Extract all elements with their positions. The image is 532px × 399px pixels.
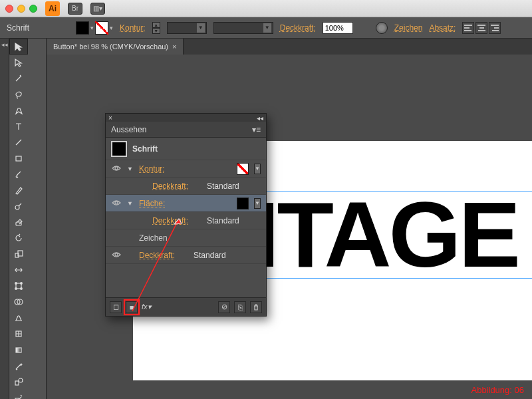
expand-icon[interactable]: ▼ bbox=[127, 166, 134, 172]
opacity-input[interactable] bbox=[323, 22, 353, 34]
svg-point-9 bbox=[21, 288, 23, 290]
line-tool[interactable] bbox=[9, 134, 28, 150]
characters-row-label: Zeichen bbox=[139, 233, 168, 243]
blend-tool[interactable] bbox=[9, 374, 28, 390]
fill-row[interactable]: ▼ Fläche: ▼ bbox=[106, 195, 266, 212]
align-left-button[interactable] bbox=[462, 22, 474, 34]
recolor-icon[interactable] bbox=[376, 22, 388, 34]
pencil-tool[interactable] bbox=[9, 182, 28, 198]
svg-point-22 bbox=[115, 167, 118, 170]
window-titlebar: Ai Br ▥▾ bbox=[0, 0, 532, 17]
opacity-row-value: Standard bbox=[194, 251, 226, 260]
opacity-row-value: Standard bbox=[207, 216, 239, 225]
add-effect-button[interactable]: fx▾ bbox=[142, 303, 152, 311]
magic-wand-tool[interactable] bbox=[9, 70, 28, 86]
stroke-row-label[interactable]: Kontur: bbox=[139, 164, 165, 174]
paintbrush-tool[interactable] bbox=[9, 166, 28, 182]
align-center-button[interactable] bbox=[475, 22, 487, 34]
stroke-weight-stepper[interactable]: ▲▼ bbox=[152, 22, 160, 34]
opacity-label[interactable]: Deckkraft: bbox=[280, 23, 316, 33]
document-tab-bar: Button* bei 98 % (CMYK/Vorschau) × bbox=[47, 39, 532, 55]
brush-dropdown[interactable]: ▼ bbox=[213, 22, 273, 34]
width-tool[interactable] bbox=[9, 262, 28, 278]
bridge-button[interactable]: Br bbox=[68, 3, 82, 15]
panel-close-icon[interactable]: × bbox=[108, 114, 112, 122]
stroke-row[interactable]: ▼ Kontur: ▼ bbox=[106, 160, 266, 178]
align-right-button[interactable] bbox=[489, 22, 501, 34]
target-type-label: Schrift bbox=[132, 144, 158, 154]
rectangle-tool[interactable] bbox=[9, 150, 28, 166]
scale-tool[interactable] bbox=[9, 246, 28, 262]
canvas[interactable]: VINTAGE Abbildung: 06 × ◂◂ Aussehen ▾≡ S… bbox=[47, 55, 532, 399]
panel-collapse-icon[interactable]: ◂◂ bbox=[257, 114, 263, 122]
gradient-tool[interactable] bbox=[9, 342, 28, 358]
svg-rect-13 bbox=[16, 348, 21, 352]
fill-opacity-row[interactable]: Deckkraft: Standard bbox=[106, 212, 266, 229]
paragraph-align-group bbox=[462, 22, 501, 34]
appearance-target-row: Schrift bbox=[106, 138, 266, 160]
visibility-toggle[interactable] bbox=[111, 251, 122, 260]
mode-label: Schrift bbox=[7, 23, 29, 33]
minimize-window-button[interactable] bbox=[17, 5, 25, 13]
stroke-swatch-menu[interactable]: ▼ bbox=[254, 164, 261, 174]
opacity-row-label[interactable]: Deckkraft: bbox=[152, 216, 188, 225]
visibility-toggle[interactable] bbox=[111, 199, 122, 208]
new-stroke-button[interactable]: ◻ bbox=[110, 301, 122, 313]
character-panel-link[interactable]: Zeichen bbox=[394, 23, 423, 33]
duplicate-item-button[interactable]: ⎘ bbox=[234, 301, 246, 313]
document-tab[interactable]: Button* bei 98 % (CMYK/Vorschau) × bbox=[47, 39, 184, 55]
visibility-toggle[interactable] bbox=[111, 164, 122, 174]
fill-swatch[interactable] bbox=[76, 21, 89, 35]
svg-point-24 bbox=[115, 253, 118, 256]
close-window-button[interactable] bbox=[5, 5, 13, 13]
svg-point-8 bbox=[15, 288, 17, 290]
document-tab-close[interactable]: × bbox=[172, 43, 176, 51]
paragraph-panel-link[interactable]: Absatz: bbox=[429, 23, 456, 33]
fill-row-label[interactable]: Fläche: bbox=[139, 199, 165, 208]
fill-color-swatch[interactable] bbox=[237, 198, 249, 209]
svg-point-7 bbox=[21, 283, 23, 285]
direct-selection-tool[interactable] bbox=[9, 55, 28, 70]
stroke-color-swatch[interactable] bbox=[237, 163, 249, 175]
stroke-swatch[interactable] bbox=[95, 21, 108, 35]
maximize-window-button[interactable] bbox=[29, 5, 37, 13]
blob-brush-tool[interactable] bbox=[9, 198, 28, 214]
stroke-weight-field[interactable]: ▼ bbox=[167, 22, 207, 34]
panel-collapse-strip[interactable]: ◂◂ bbox=[0, 39, 9, 399]
rotate-tool[interactable] bbox=[9, 230, 28, 246]
document-tab-label: Button* bei 98 % (CMYK/Vorschau) bbox=[53, 43, 168, 51]
expand-icon[interactable]: ▼ bbox=[127, 200, 134, 207]
svg-point-23 bbox=[115, 201, 118, 204]
object-opacity-row[interactable]: Deckkraft: Standard bbox=[106, 247, 266, 264]
eyedropper-tool[interactable] bbox=[9, 358, 28, 374]
pen-tool[interactable] bbox=[9, 102, 28, 118]
clear-appearance-button[interactable]: ⊘ bbox=[218, 301, 230, 313]
tools-panel: ◻ ◩ ◫ ▭ bbox=[9, 39, 47, 399]
selection-tool[interactable] bbox=[9, 39, 28, 55]
characters-row[interactable]: Zeichen bbox=[106, 229, 266, 247]
eraser-tool[interactable] bbox=[9, 214, 28, 230]
stroke-label[interactable]: Kontur: bbox=[120, 23, 146, 33]
svg-point-15 bbox=[19, 378, 23, 382]
fill-stroke-proxy[interactable]: ▾ ▾ bbox=[76, 21, 113, 35]
free-transform-tool[interactable] bbox=[9, 278, 28, 294]
lasso-tool[interactable] bbox=[9, 86, 28, 102]
opacity-row-value: Standard bbox=[207, 182, 239, 191]
perspective-grid-tool[interactable] bbox=[9, 310, 28, 326]
type-tool[interactable] bbox=[9, 118, 28, 134]
workspace-switcher[interactable]: ▥▾ bbox=[90, 3, 105, 15]
shape-builder-tool[interactable] bbox=[9, 294, 28, 310]
panel-tab-appearance[interactable]: Aussehen bbox=[111, 125, 146, 134]
panel-menu-icon[interactable]: ▾≡ bbox=[252, 125, 261, 134]
stroke-opacity-row[interactable]: Deckkraft: Standard bbox=[106, 178, 266, 195]
fill-swatch-menu[interactable]: ▼ bbox=[254, 198, 261, 209]
svg-point-6 bbox=[15, 283, 17, 285]
opacity-row-label[interactable]: Deckkraft: bbox=[139, 251, 175, 260]
mesh-tool[interactable] bbox=[9, 326, 28, 342]
new-fill-button[interactable]: ■ bbox=[126, 301, 138, 313]
options-bar: Schrift ▾ ▾ Kontur: ▲▼ ▼ ▼ Deckkraft: Ze… bbox=[0, 17, 532, 39]
delete-item-button[interactable] bbox=[250, 301, 262, 313]
target-thumbnail bbox=[111, 141, 127, 157]
symbol-sprayer-tool[interactable] bbox=[9, 390, 28, 399]
opacity-row-label[interactable]: Deckkraft: bbox=[152, 182, 188, 191]
